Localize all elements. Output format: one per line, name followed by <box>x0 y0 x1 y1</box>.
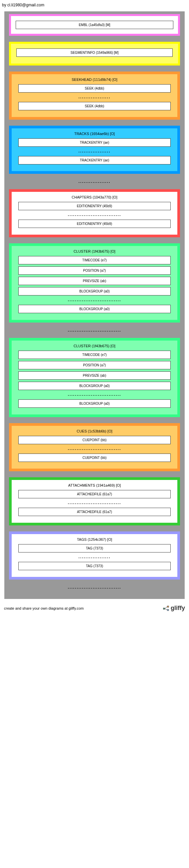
title-seekhead: SEEKHEAD (111d9b74) [O] <box>15 78 174 82</box>
item-blockgroup-1a: BLOCKGROUP (a0) <box>18 287 171 296</box>
dots-after-tracks: .................. <box>4 179 185 184</box>
item-attachedfile-2: ATTACHEDFILE (61a7) <box>18 508 171 516</box>
svg-rect-1 <box>167 606 169 607</box>
dots: .................. <box>15 149 174 153</box>
dots: .............................. <box>15 446 174 451</box>
diagram-canvas: EMBL (1a45dfa3) [M] SEGMENTINFO (1549a96… <box>4 11 185 599</box>
block-seekhead: SEEKHEAD (111d9b74) [O] SEEK (4dbb) ....… <box>9 71 180 120</box>
item-trackentry-1: TRACKENTRY (ae) <box>18 138 171 147</box>
item-position-2: POSITION (a7) <box>18 361 171 369</box>
item-blockgroup-1b: BLOCKGROUP (a0) <box>18 305 171 313</box>
item-blockgroup-2b: BLOCKGROUP (a0) <box>18 399 171 408</box>
gliffy-text: gliffy <box>171 604 185 612</box>
dots: .............................. <box>15 392 174 397</box>
item-seek-2: SEEK (4dbb) <box>18 102 171 110</box>
title-tracks: TRACKS (1654ae6b) [O] <box>15 132 174 136</box>
item-seek-1: SEEK (4dbb) <box>18 84 171 93</box>
block-tracks: TRACKS (1654ae6b) [O] TRACKENTRY (ae) ..… <box>9 126 180 174</box>
block-chapters: CHAPTERS (1043a770) [O] EDITIONENTRY (45… <box>9 189 180 237</box>
dots: .................. <box>15 95 174 99</box>
item-editionentry-1: EDITIONENTRY (45b9) <box>18 202 171 210</box>
title-tags: TAGS (1254c367) [O] <box>15 537 174 541</box>
item-blockgroup-2a: BLOCKGROUP (a0) <box>18 382 171 390</box>
dots: .................. <box>15 555 174 559</box>
gliffy-icon <box>163 605 169 612</box>
footer-text: create and share your own diagrams at gl… <box>4 606 84 610</box>
item-cuepoint-2: CUEPOINT (bb) <box>18 454 171 462</box>
block-cluster-2: CLUSTER (1f43b675) [O] TIMECODE (e7) POS… <box>9 338 180 417</box>
item-embl: EMBL (1a45dfa3) [M] <box>16 21 173 29</box>
dots: .............................. <box>15 298 174 302</box>
author-line: by cl.li1980@gmail.com <box>0 0 189 9</box>
item-position-1: POSITION (a7) <box>18 267 171 275</box>
item-editionentry-2: EDITIONENTRY (45b9) <box>18 220 171 228</box>
title-cluster-2: CLUSTER (1f43b675) [O] <box>15 344 174 348</box>
dots: .............................. <box>15 500 174 505</box>
dots-end: .............................. <box>4 585 185 590</box>
title-chapters: CHAPTERS (1043a770) [O] <box>15 195 174 199</box>
item-tag-1: TAG (7373) <box>18 544 171 553</box>
block-attachments: ATTACHMENTS (1941a469) [O] ATTACHEDFILE … <box>9 477 180 525</box>
item-tag-2: TAG (7373) <box>18 562 171 570</box>
block-cluster-1: CLUSTER (1f43b675) [O] TIMECODE (e7) POS… <box>9 243 180 322</box>
gliffy-logo: gliffy <box>163 604 185 612</box>
item-prevsize-1: PREVSIZE (ab) <box>18 277 171 285</box>
item-timecode-1: TIMECODE (e7) <box>18 256 171 265</box>
block-segmentinfo: SEGMENTINFO (1549a966) [M] <box>9 42 180 65</box>
block-embl: EMBL (1a45dfa3) [M] <box>9 14 180 36</box>
svg-rect-0 <box>163 608 165 609</box>
title-cues: CUES (1c53bb6b) [O] <box>15 429 174 433</box>
dots: .............................. <box>15 212 174 217</box>
item-attachedfile-1: ATTACHEDFILE (61a7) <box>18 490 171 498</box>
block-tags: TAGS (1254c367) [O] TAG (7373) .........… <box>9 531 180 580</box>
block-cues: CUES (1c53bb6b) [O] CUEPOINT (bb) ......… <box>9 423 180 471</box>
item-trackentry-2: TRACKENTRY (ae) <box>18 156 171 164</box>
item-prevsize-2: PREVSIZE (ab) <box>18 371 171 380</box>
title-cluster-1: CLUSTER (1f43b675) [O] <box>15 249 174 253</box>
title-attachments: ATTACHMENTS (1941a469) [O] <box>15 483 174 487</box>
item-cuepoint-1: CUEPOINT (bb) <box>18 436 171 444</box>
dots-between-clusters: .............................. <box>4 328 185 333</box>
item-timecode-2: TIMECODE (e7) <box>18 351 171 359</box>
footer: create and share your own diagrams at gl… <box>0 602 189 616</box>
item-segmentinfo: SEGMENTINFO (1549a966) [M] <box>16 49 173 57</box>
svg-rect-2 <box>167 609 169 611</box>
